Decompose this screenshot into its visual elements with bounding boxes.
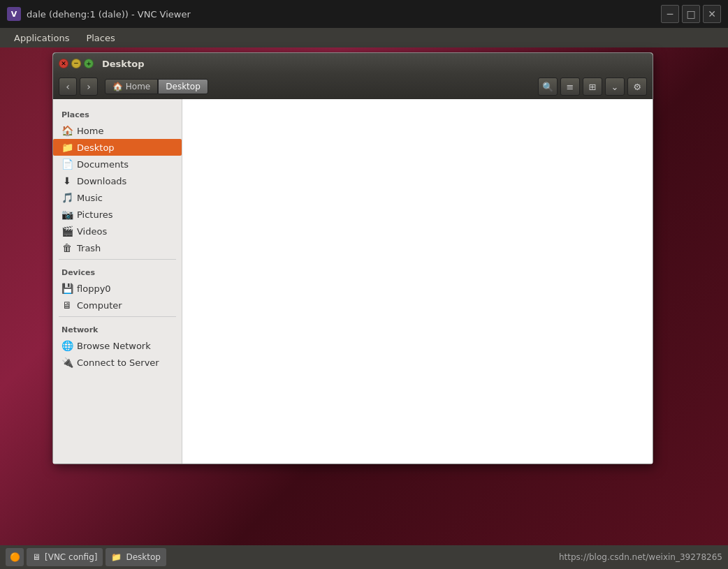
- file-manager-window: ✕ ─ + Desktop ‹ › 🏠 Home Desktop 🔍 ≡ ⊞ ⌄…: [52, 52, 653, 464]
- sidebar-item-desktop[interactable]: 📁 Desktop: [53, 139, 182, 156]
- sort-button[interactable]: ⌄: [605, 77, 625, 96]
- fm-toolbar: ‹ › 🏠 Home Desktop 🔍 ≡ ⊞ ⌄ ⚙: [53, 74, 653, 99]
- sidebar-item-music[interactable]: 🎵 Music: [53, 189, 182, 206]
- floppy-icon: 💾: [61, 283, 73, 294]
- desktop-icon: 📁: [61, 142, 73, 153]
- music-icon: 🎵: [61, 192, 73, 203]
- app-icon: V: [7, 7, 21, 21]
- sidebar-label-connect-server: Connect to Server: [77, 357, 159, 368]
- breadcrumb-current[interactable]: Desktop: [158, 79, 208, 94]
- sidebar-item-connect-server[interactable]: 🔌 Connect to Server: [53, 354, 182, 371]
- browse-network-icon: 🌐: [61, 340, 73, 351]
- restore-button[interactable]: □: [682, 5, 700, 23]
- sidebar-divider-1: [59, 259, 176, 260]
- sidebar-item-documents[interactable]: 📄 Documents: [53, 156, 182, 172]
- taskbar-app-icon[interactable]: 🟠: [6, 548, 24, 566]
- breadcrumb: 🏠 Home Desktop: [105, 79, 535, 94]
- sidebar-label-documents: Documents: [77, 159, 129, 170]
- sidebar-item-computer[interactable]: 🖥 Computer: [53, 297, 182, 313]
- sidebar-label-home: Home: [77, 126, 103, 136]
- wm-minimize-button[interactable]: ─: [71, 59, 81, 68]
- window-title: dale (deheng:1 (dale)) - VNC Viewer: [27, 9, 661, 20]
- connect-server-icon: 🔌: [61, 357, 73, 368]
- close-button[interactable]: ✕: [703, 5, 721, 23]
- fm-sidebar: Places 🏠 Home 📁 Desktop 📄 Documents ⬇ Do…: [53, 99, 182, 464]
- devices-section-label: Devices: [53, 263, 182, 280]
- sidebar-label-floppy: floppy0: [77, 283, 111, 294]
- places-section-label: Places: [53, 105, 182, 122]
- taskbar-vnc-label: [VNC config]: [45, 552, 97, 562]
- menu-bar: Applications Places: [0, 28, 728, 47]
- sidebar-item-browse-network[interactable]: 🌐 Browse Network: [53, 337, 182, 354]
- settings-button[interactable]: ⚙: [627, 77, 647, 96]
- sidebar-label-music: Music: [77, 193, 103, 203]
- taskbar-url: https://blog.csdn.net/weixin_39278265: [559, 552, 722, 562]
- fm-content: Places 🏠 Home 📁 Desktop 📄 Documents ⬇ Do…: [53, 99, 653, 464]
- sidebar-item-videos[interactable]: 🎬 Videos: [53, 223, 182, 239]
- sidebar-item-pictures[interactable]: 📷 Pictures: [53, 206, 182, 223]
- menu-applications[interactable]: Applications: [7, 31, 76, 45]
- breadcrumb-home[interactable]: 🏠 Home: [105, 79, 158, 94]
- computer-icon: 🖥: [61, 300, 73, 311]
- sidebar-label-trash: Trash: [77, 243, 101, 253]
- pictures-icon: 📷: [61, 209, 73, 220]
- taskbar-desktop-icon: 📁: [111, 552, 122, 562]
- home-icon: 🏠: [61, 125, 73, 136]
- sidebar-label-pictures: Pictures: [77, 209, 112, 220]
- taskbar-item-desktop[interactable]: 📁 Desktop: [105, 548, 166, 566]
- forward-button[interactable]: ›: [80, 77, 98, 96]
- trash-icon: 🗑: [61, 242, 73, 253]
- title-bar: V dale (deheng:1 (dale)) - VNC Viewer ─ …: [0, 0, 728, 28]
- taskbar-desktop-label: Desktop: [126, 552, 161, 562]
- sidebar-label-desktop: Desktop: [77, 142, 115, 153]
- back-button[interactable]: ‹: [59, 77, 77, 96]
- menu-places[interactable]: Places: [79, 31, 122, 45]
- taskbar-item-vnc[interactable]: 🖥 [VNC config]: [27, 548, 103, 566]
- fm-titlebar: ✕ ─ + Desktop: [53, 53, 653, 74]
- sidebar-item-home[interactable]: 🏠 Home: [53, 122, 182, 139]
- sidebar-label-downloads: Downloads: [77, 176, 126, 186]
- fm-title: Desktop: [102, 59, 144, 69]
- fm-main-area[interactable]: [182, 99, 653, 464]
- search-button[interactable]: 🔍: [538, 77, 558, 96]
- sidebar-label-browse-network: Browse Network: [77, 341, 151, 351]
- sidebar-label-computer: Computer: [77, 300, 122, 311]
- wm-maximize-button[interactable]: +: [84, 59, 94, 68]
- sidebar-item-trash[interactable]: 🗑 Trash: [53, 239, 182, 256]
- videos-icon: 🎬: [61, 226, 73, 237]
- grid-view-button[interactable]: ⊞: [583, 77, 602, 96]
- window-controls: ─ □ ✕: [661, 5, 721, 23]
- sidebar-divider-2: [59, 316, 176, 317]
- toolbar-actions: 🔍 ≡ ⊞ ⌄ ⚙: [538, 77, 647, 96]
- documents-icon: 📄: [61, 158, 73, 170]
- network-section-label: Network: [53, 320, 182, 337]
- taskbar: 🟠 🖥 [VNC config] 📁 Desktop https://blog.…: [0, 545, 728, 569]
- list-view-button[interactable]: ≡: [560, 77, 580, 96]
- minimize-button[interactable]: ─: [661, 5, 679, 23]
- wm-close-button[interactable]: ✕: [59, 59, 68, 68]
- taskbar-vnc-icon: 🖥: [32, 552, 41, 562]
- sidebar-item-floppy[interactable]: 💾 floppy0: [53, 280, 182, 297]
- downloads-icon: ⬇: [61, 175, 73, 186]
- sidebar-label-videos: Videos: [77, 226, 107, 237]
- sidebar-item-downloads[interactable]: ⬇ Downloads: [53, 172, 182, 189]
